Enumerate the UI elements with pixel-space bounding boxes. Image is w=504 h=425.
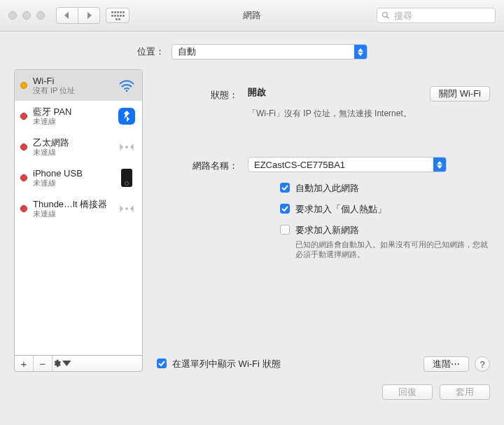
- help-button[interactable]: ?: [475, 356, 490, 372]
- location-value: 自動: [172, 46, 354, 58]
- svg-line-3: [387, 17, 389, 19]
- service-item-sub: 沒有 IP 位址: [33, 86, 111, 95]
- option-check-2[interactable]: 要求加入新網路已知的網路會自動加入。如果沒有可用的已知網路，您就必須手動選擇網路…: [280, 224, 490, 259]
- revert-button[interactable]: 回復: [382, 384, 433, 400]
- service-item-text: 藍牙 PAN未連線: [33, 106, 111, 126]
- add-service-button[interactable]: +: [15, 356, 34, 371]
- svg-marker-5: [358, 53, 363, 56]
- service-item-name: Wi-Fi: [33, 76, 111, 86]
- titlebar: 網路: [0, 0, 504, 32]
- svg-marker-13: [62, 361, 71, 366]
- svg-marker-4: [358, 48, 363, 52]
- window-controls: [0, 11, 45, 20]
- updown-stepper-icon: [354, 45, 367, 59]
- show-in-menu-label: 在選單列中顯示 Wi-Fi 狀態: [172, 358, 281, 370]
- turn-off-wifi-button[interactable]: 關閉 Wi-Fi: [430, 86, 490, 102]
- option-label: 自動加入此網路: [295, 182, 359, 195]
- svg-marker-15: [437, 165, 442, 169]
- service-item-2[interactable]: 乙太網路未連線: [15, 132, 142, 162]
- service-item-sub: 未連線: [33, 117, 111, 126]
- nav-back-forward: [56, 7, 100, 24]
- show-in-menu-check[interactable]: 在選單列中顯示 Wi-Fi 狀態: [157, 358, 281, 370]
- forward-button[interactable]: [78, 7, 100, 24]
- wifi-options: 自動加入此網路要求加入「個人熱點」要求加入新網路已知的網路會自動加入。如果沒有可…: [280, 182, 490, 259]
- search-field[interactable]: [377, 8, 496, 23]
- option-label: 要求加入「個人熱點」: [295, 203, 386, 216]
- remove-service-button[interactable]: −: [34, 356, 52, 371]
- ethernet-icon: [117, 139, 136, 155]
- service-item-name: Thunde…lt 橋接器: [33, 199, 111, 209]
- traffic-zoom[interactable]: [36, 11, 45, 20]
- service-item-text: iPhone USB未連線: [33, 168, 111, 188]
- service-actions-button[interactable]: [52, 356, 71, 371]
- service-item-sub: 未連線: [33, 209, 111, 218]
- service-list-toolbar: + −: [14, 355, 143, 372]
- svg-point-2: [383, 13, 388, 18]
- service-list: Wi-Fi沒有 IP 位址藍牙 PAN未連線乙太網路未連線iPhone USB未…: [14, 69, 143, 356]
- service-item-name: 藍牙 PAN: [33, 106, 111, 117]
- show-all-button[interactable]: [106, 8, 130, 23]
- chevron-right-icon: [85, 12, 92, 19]
- service-item-3[interactable]: iPhone USB未連線: [15, 162, 142, 193]
- svg-marker-1: [88, 12, 92, 19]
- service-item-sub: 未連線: [33, 148, 111, 157]
- service-item-sub: 未連線: [33, 179, 111, 188]
- option-check-0[interactable]: 自動加入此網路: [280, 182, 490, 195]
- service-item-1[interactable]: 藍牙 PAN未連線: [15, 101, 142, 132]
- traffic-close[interactable]: [8, 11, 17, 20]
- ethernet-icon: [117, 200, 136, 217]
- wifi-icon: [117, 77, 136, 94]
- option-check-1[interactable]: 要求加入「個人熱點」: [280, 203, 490, 216]
- status-dot-icon: [20, 144, 27, 151]
- checkbox-icon: [280, 204, 290, 214]
- service-item-text: Thunde…lt 橋接器未連線: [33, 199, 111, 218]
- checkbox-icon: [280, 183, 290, 193]
- svg-point-11: [126, 208, 128, 210]
- location-popup[interactable]: 自動: [172, 44, 368, 60]
- svg-point-8: [126, 146, 128, 148]
- updown-stepper-icon: [433, 158, 446, 172]
- status-value: 開啟: [248, 86, 412, 99]
- gear-icon: [52, 358, 62, 368]
- traffic-minimize[interactable]: [22, 11, 31, 20]
- chevron-left-icon: [64, 12, 71, 19]
- network-name-popup[interactable]: EZCastCS-CE775BA1: [248, 157, 447, 172]
- option-help: 已知的網路會自動加入。如果沒有可用的已知網路，您就必須手動選擇網路。: [295, 239, 490, 259]
- status-dot-icon: [20, 205, 27, 212]
- svg-point-6: [126, 90, 128, 92]
- search-input[interactable]: [393, 10, 491, 22]
- svg-marker-14: [437, 161, 442, 165]
- apply-button[interactable]: 套用: [440, 384, 490, 400]
- search-icon: [382, 11, 390, 20]
- back-button[interactable]: [56, 7, 78, 24]
- status-dot-icon: [20, 174, 27, 181]
- advanced-button[interactable]: 進階⋯: [424, 356, 469, 372]
- service-item-name: iPhone USB: [33, 168, 111, 179]
- location-row: 位置： 自動: [0, 32, 504, 69]
- status-label: 狀態：: [157, 86, 238, 102]
- status-detail: 「Wi-Fi」沒有 IP 位址，無法連接 Internet。: [248, 109, 412, 119]
- iphone-icon: [117, 169, 136, 186]
- service-item-text: 乙太網路未連線: [33, 137, 111, 157]
- status-dot-icon: [20, 82, 27, 89]
- footer: 回復 套用: [0, 372, 504, 400]
- service-item-0[interactable]: Wi-Fi沒有 IP 位址: [15, 70, 142, 101]
- service-item-4[interactable]: Thunde…lt 橋接器未連線: [15, 193, 142, 224]
- network-name-label: 網路名稱：: [157, 157, 238, 172]
- location-label: 位置：: [137, 46, 164, 58]
- service-item-text: Wi-Fi沒有 IP 位址: [33, 76, 111, 95]
- network-name-value: EZCastCS-CE775BA1: [248, 160, 433, 170]
- svg-marker-0: [64, 12, 69, 19]
- option-label: 要求加入新網路已知的網路會自動加入。如果沒有可用的已知網路，您就必須手動選擇網路…: [295, 224, 490, 259]
- checkbox-icon: [280, 225, 290, 235]
- chevron-down-icon: [62, 358, 71, 368]
- checkbox-icon: [157, 358, 167, 368]
- detail-panel: 狀態： 開啟 「Wi-Fi」沒有 IP 位址，無法連接 Internet。 關閉…: [157, 69, 490, 372]
- status-dot-icon: [20, 113, 27, 120]
- bluetooth-icon: [117, 108, 136, 125]
- service-sidebar: Wi-Fi沒有 IP 位址藍牙 PAN未連線乙太網路未連線iPhone USB未…: [14, 69, 143, 372]
- service-item-name: 乙太網路: [33, 137, 111, 148]
